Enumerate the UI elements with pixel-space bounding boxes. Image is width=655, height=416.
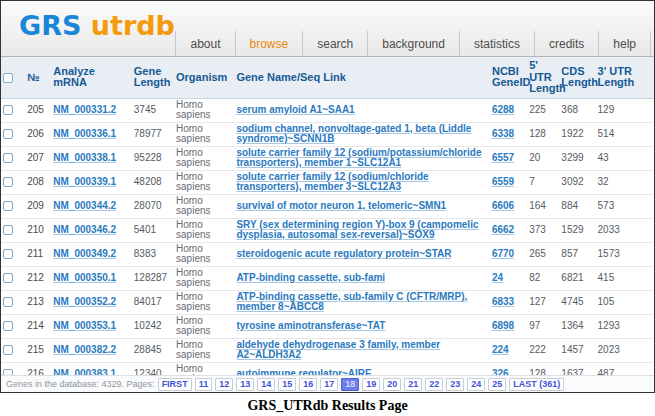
gene-length-cell: 28845 xyxy=(132,338,174,362)
mrna-link[interactable]: NM_000336.1 xyxy=(53,128,116,139)
row-checkbox-cell xyxy=(1,146,25,170)
gene-name-link[interactable]: survival of motor neuron 1, telomeric~SM… xyxy=(236,200,446,211)
column-header-utr3: 3' UTR Length xyxy=(596,57,655,98)
table-row: 209NM_000344.228070Homo sapienssurvival … xyxy=(1,194,655,218)
row-checkbox[interactable] xyxy=(3,105,13,115)
ncbi-geneid-link[interactable]: 6559 xyxy=(492,176,514,187)
gene-name-link[interactable]: ATP-binding cassette, sub-family C (CFTR… xyxy=(236,291,467,313)
page-button-12[interactable]: 12 xyxy=(215,378,233,391)
ncbi-geneid-link[interactable]: 6833 xyxy=(492,296,514,307)
select-all-checkbox[interactable] xyxy=(3,73,13,83)
table-body: 205NM_000331.23745Homo sapiensserum amyl… xyxy=(1,98,655,386)
cds-length-cell: 884 xyxy=(559,194,595,218)
utr5-length-cell: 20 xyxy=(527,146,559,170)
organism-cell: Homo sapiens xyxy=(174,146,234,170)
mrna-link[interactable]: NM_000338.1 xyxy=(53,152,116,163)
gene-name-link[interactable]: solute carrier family 12 (sodium/chlorid… xyxy=(236,171,428,193)
page-button-21[interactable]: 21 xyxy=(404,378,422,391)
mrna-cell: NM_000338.1 xyxy=(51,146,131,170)
figure-caption: GRS_UTRdb Results Page xyxy=(0,393,655,414)
nav-item-search[interactable]: search xyxy=(302,31,367,56)
ncbi-geneid-link[interactable]: 6662 xyxy=(492,224,514,235)
cds-length-cell: 1364 xyxy=(559,314,595,338)
utr5-length-cell: 82 xyxy=(527,266,559,290)
nav-item-background[interactable]: background xyxy=(367,31,459,56)
table-row: 208NM_000339.148208Homo sapienssolute ca… xyxy=(1,170,655,194)
row-checkbox[interactable] xyxy=(3,297,13,307)
page-button-23[interactable]: 23 xyxy=(446,378,464,391)
gene-name-link[interactable]: SRY (sex determining region Y)-box 9 (ca… xyxy=(236,219,478,241)
page-button-last-361[interactable]: LAST (361) xyxy=(509,378,564,391)
gene-name-link[interactable]: aldehyde dehydrogenase 3 family, member … xyxy=(236,339,440,361)
nav-item-statistics[interactable]: statistics xyxy=(459,31,534,56)
page-button-25[interactable]: 25 xyxy=(488,378,506,391)
logo[interactable]: GRS utrdb xyxy=(19,10,175,41)
organism-cell: Homo sapiens xyxy=(174,122,234,146)
geneid-cell: 6559 xyxy=(490,170,527,194)
mrna-link[interactable]: NM_000331.2 xyxy=(53,104,116,115)
gene-name-link[interactable]: tyrosine aminotransferase~TAT xyxy=(236,320,385,331)
page-button-24[interactable]: 24 xyxy=(467,378,485,391)
row-checkbox[interactable] xyxy=(3,177,13,187)
mrna-link[interactable]: NM_000349.2 xyxy=(53,248,116,259)
page-button-15[interactable]: 15 xyxy=(278,378,296,391)
pagination: FIRST111213141516171819202122232425LAST … xyxy=(155,378,565,391)
page-button-16[interactable]: 16 xyxy=(299,378,317,391)
gene-name-link[interactable]: sodium channel, nonvoltage-gated 1, beta… xyxy=(236,123,471,145)
mrna-cell: NM_000382.2 xyxy=(51,338,131,362)
row-checkbox[interactable] xyxy=(3,321,13,331)
row-checkbox[interactable] xyxy=(3,225,13,235)
mrna-link[interactable]: NM_000339.1 xyxy=(53,176,116,187)
row-checkbox[interactable] xyxy=(3,129,13,139)
mrna-link[interactable]: NM_000350.1 xyxy=(53,272,116,283)
page-button-22[interactable]: 22 xyxy=(425,378,443,391)
logo-utrdb: utrdb xyxy=(91,10,175,41)
row-checkbox-cell xyxy=(1,290,25,314)
page-button-13[interactable]: 13 xyxy=(236,378,254,391)
gene-name-link[interactable]: solute carrier family 12 (sodium/potassi… xyxy=(236,147,481,169)
gene-name-link[interactable]: serum amyloid A1~SAA1 xyxy=(236,104,354,115)
mrna-link[interactable]: NM_000353.1 xyxy=(53,320,116,331)
geneid-cell: 6338 xyxy=(490,122,527,146)
nav-item-browse[interactable]: browse xyxy=(235,31,303,56)
mrna-link[interactable]: NM_000346.2 xyxy=(53,224,116,235)
mrna-link[interactable]: NM_000352.2 xyxy=(53,296,116,307)
row-checkbox[interactable] xyxy=(3,345,13,355)
ncbi-geneid-link[interactable]: 24 xyxy=(492,272,503,283)
gene-name-link[interactable]: ATP-binding cassette, sub-fami xyxy=(236,272,385,283)
row-checkbox[interactable] xyxy=(3,201,13,211)
ncbi-geneid-link[interactable]: 6606 xyxy=(492,200,514,211)
nav-item-about[interactable]: about xyxy=(175,31,234,56)
row-checkbox[interactable] xyxy=(3,153,13,163)
page-button-14[interactable]: 14 xyxy=(257,378,275,391)
mrna-link[interactable]: NM_000382.2 xyxy=(53,344,116,355)
nav-item-help[interactable]: help xyxy=(598,31,651,56)
table-row: 215NM_000382.228845Homo sapiensaldehyde … xyxy=(1,338,655,362)
ncbi-geneid-link[interactable]: 6338 xyxy=(492,128,514,139)
organism-cell: Homo sapiens xyxy=(174,98,234,122)
utr3-length-cell: 573 xyxy=(596,194,655,218)
ncbi-geneid-link[interactable]: 6898 xyxy=(492,320,514,331)
utr5-length-cell: 225 xyxy=(527,98,559,122)
column-header-name: Gene Name/Seq Link xyxy=(234,57,490,98)
ncbi-geneid-link[interactable]: 6557 xyxy=(492,152,514,163)
gene-name-link[interactable]: steroidogenic acute regulatory protein~S… xyxy=(236,248,451,259)
ncbi-geneid-link[interactable]: 224 xyxy=(492,344,509,355)
row-checkbox[interactable] xyxy=(3,273,13,283)
page-button-first[interactable]: FIRST xyxy=(158,378,192,391)
cds-length-cell: 857 xyxy=(559,242,595,266)
ncbi-geneid-link[interactable]: 6288 xyxy=(492,104,514,115)
page-button-11[interactable]: 11 xyxy=(195,378,213,391)
table-row: 207NM_000338.195228Homo sapienssolute ca… xyxy=(1,146,655,170)
mrna-link[interactable]: NM_000344.2 xyxy=(53,200,116,211)
utr5-length-cell: 127 xyxy=(527,290,559,314)
geneid-cell: 6898 xyxy=(490,314,527,338)
row-number: 209 xyxy=(25,194,51,218)
nav-item-credits[interactable]: credits xyxy=(534,31,598,56)
page-button-18[interactable]: 18 xyxy=(341,378,359,391)
page-button-17[interactable]: 17 xyxy=(320,378,338,391)
page-button-20[interactable]: 20 xyxy=(383,378,401,391)
row-checkbox[interactable] xyxy=(3,249,13,259)
ncbi-geneid-link[interactable]: 6770 xyxy=(492,248,514,259)
page-button-19[interactable]: 19 xyxy=(362,378,380,391)
